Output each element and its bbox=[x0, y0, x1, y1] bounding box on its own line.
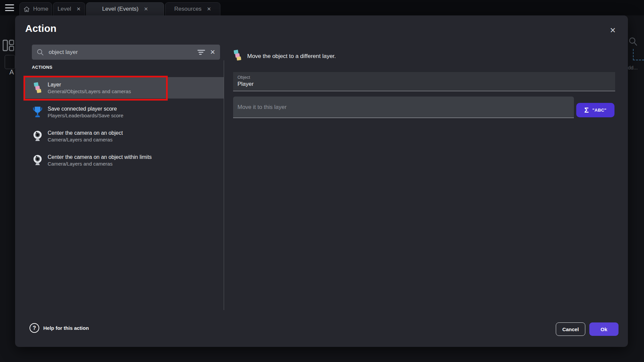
trophy-icon bbox=[33, 106, 43, 118]
object-field[interactable]: Object Player bbox=[233, 72, 615, 91]
help-icon: ? bbox=[30, 323, 39, 333]
action-path: Camera/Layers and cameras bbox=[48, 136, 123, 143]
filter-icon[interactable] bbox=[197, 49, 205, 55]
tab-close-icon[interactable]: ✕ bbox=[207, 6, 211, 12]
action-title: Center the camera on an object within li… bbox=[48, 154, 152, 161]
dialog-title: Action bbox=[25, 23, 56, 34]
object-field-value: Player bbox=[233, 81, 615, 87]
editor-tabs: Home Level ✕ Level (Events) ✕ Resources … bbox=[19, 2, 220, 15]
action-item-save-score[interactable]: Save connected player score Players/Lead… bbox=[25, 101, 224, 123]
selection-dashed-rectangle bbox=[633, 49, 644, 60]
tab-close-icon[interactable]: ✕ bbox=[76, 6, 81, 12]
action-title: Save connected player score bbox=[48, 105, 123, 112]
dialog-close-icon[interactable]: ✕ bbox=[608, 25, 618, 36]
action-title: Layer bbox=[48, 81, 131, 88]
action-results-list: Layer General/Objects/Layers and cameras… bbox=[25, 77, 224, 174]
search-icon bbox=[37, 49, 44, 56]
tab-close-icon[interactable]: ✕ bbox=[144, 6, 148, 12]
occluded-panel-button bbox=[5, 55, 15, 69]
actions-section-label: ACTIONS bbox=[32, 65, 52, 70]
expression-editor-button[interactable]: Σ "ABC" bbox=[576, 103, 614, 117]
tab-resources[interactable]: Resources ✕ bbox=[165, 2, 220, 15]
ok-button[interactable]: Ok bbox=[589, 322, 619, 336]
layer-input[interactable] bbox=[237, 104, 570, 111]
home-icon bbox=[23, 6, 30, 13]
tab-bar: Home Level ✕ Level (Events) ✕ Resources … bbox=[0, 0, 644, 15]
tab-level[interactable]: Level ✕ bbox=[53, 2, 85, 15]
action-item-layer[interactable]: Layer General/Objects/Layers and cameras bbox=[25, 77, 224, 99]
main-menu-icon[interactable] bbox=[5, 4, 14, 11]
occluded-text-fragment: A bbox=[9, 68, 14, 76]
tab-label: Resources bbox=[174, 6, 202, 12]
tab-home[interactable]: Home bbox=[19, 2, 52, 15]
help-button[interactable]: ? Help for this action bbox=[30, 323, 89, 333]
expression-type-label: "ABC" bbox=[592, 108, 606, 113]
cancel-button[interactable]: Cancel bbox=[556, 322, 585, 336]
help-label: Help for this action bbox=[43, 325, 89, 331]
object-field-label: Object bbox=[233, 72, 615, 80]
truncated-background-text: dd... bbox=[628, 65, 638, 70]
webcam-icon bbox=[33, 155, 43, 166]
action-item-center-camera[interactable]: Center the camera on an object Camera/La… bbox=[25, 125, 224, 147]
action-title: Center the camera on an object bbox=[48, 129, 123, 136]
action-item-center-camera-limits[interactable]: Center the camera on an object within li… bbox=[25, 149, 224, 171]
action-search-bar[interactable]: ✕ bbox=[32, 45, 220, 60]
layers-icon bbox=[33, 82, 43, 94]
tab-label: Level (Events) bbox=[102, 6, 139, 12]
editor-search-icon bbox=[629, 37, 638, 46]
instances-panel-icon bbox=[3, 40, 14, 52]
sigma-icon: Σ bbox=[584, 107, 589, 114]
action-dialog: Action ✕ ✕ ACTIONS Layer General/Objects… bbox=[15, 15, 628, 347]
action-path: General/Objects/Layers and cameras bbox=[48, 88, 131, 95]
tab-label: Level bbox=[57, 6, 71, 12]
tab-level-events[interactable]: Level (Events) ✕ bbox=[86, 2, 164, 15]
layers-icon bbox=[232, 50, 243, 61]
action-path: Players/Leaderboards/Save score bbox=[48, 112, 123, 119]
webcam-icon bbox=[33, 130, 43, 142]
layer-field[interactable] bbox=[233, 97, 574, 118]
action-description: Move the object to a different layer. bbox=[247, 53, 336, 60]
action-path: Camera/Layers and cameras bbox=[48, 161, 152, 167]
panel-divider bbox=[224, 60, 224, 310]
search-input[interactable] bbox=[49, 49, 193, 56]
search-clear-icon[interactable]: ✕ bbox=[210, 48, 215, 56]
tab-label: Home bbox=[33, 6, 48, 12]
